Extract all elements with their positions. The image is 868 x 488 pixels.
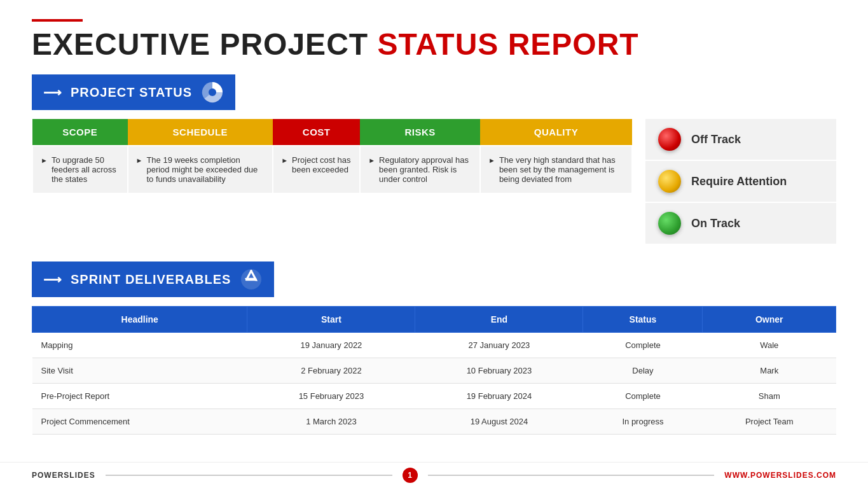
cost-text: Project cost has been exceeded <box>292 155 352 174</box>
risks-cell: ► Regulatory approval has been granted. … <box>360 146 480 193</box>
col-start: Start <box>247 307 415 333</box>
trinity-icon <box>240 268 263 291</box>
sprint-cell-end: 19 February 2024 <box>415 384 583 409</box>
sprint-cell-status: Complete <box>583 333 703 358</box>
sprint-deliverables-header: ⟶ SPRINT DELIVERABLES <box>32 261 274 297</box>
bullet-triangle: ► <box>488 157 495 164</box>
bullet-triangle: ► <box>281 157 288 164</box>
sprint-cell-start: 1 March 2023 <box>247 409 415 435</box>
sprint-cell-status: Complete <box>583 384 703 409</box>
bullet-triangle: ► <box>368 157 375 164</box>
sprint-cell-headline: Pre-Project Report <box>32 384 247 409</box>
sprint-cell-headline: Mapping <box>32 333 247 358</box>
svg-point-1 <box>209 88 216 96</box>
header-accent-line <box>32 19 83 22</box>
col-headline: Headline <box>32 307 247 333</box>
sprint-cell-owner: Sham <box>703 384 836 409</box>
cost-header: COST <box>273 119 360 146</box>
legend-require-attention: Require Attention <box>645 161 836 203</box>
bullet-triangle: ► <box>41 157 48 164</box>
sprint-cell-start: 15 February 2023 <box>247 384 415 409</box>
col-status: Status <box>583 307 703 333</box>
footer-brand: POWERSLIDES <box>32 471 95 480</box>
quality-header: QUALITY <box>480 119 632 146</box>
schedule-header: SCHEDULE <box>128 119 273 146</box>
cost-cell: ► Project cost has been exceeded <box>273 146 360 193</box>
page-container: EXECUTIVE PROJECT STATUS REPORT ⟶ PROJEC… <box>0 0 868 488</box>
col-end: End <box>415 307 583 333</box>
footer: POWERSLIDES 1 WWW.POWERSLIDES.COM <box>0 462 868 488</box>
sprint-cell-start: 2 February 2022 <box>247 358 415 384</box>
sprint-row: Project Commencement1 March 202319 Augus… <box>32 409 836 435</box>
sprint-row: Site Visit2 February 202210 February 202… <box>32 358 836 384</box>
schedule-text: The 19 weeks completion period might be … <box>146 155 265 184</box>
legend-off-track: Off Track <box>645 119 836 161</box>
status-area: SCOPE SCHEDULE COST RISKS QUALITY ► To u… <box>32 119 836 244</box>
sprint-cell-owner: Wale <box>703 333 836 358</box>
on-track-label: On Track <box>691 217 740 230</box>
footer-line-left <box>106 475 392 476</box>
sprint-table: Headline Start End Status Owner Mapping1… <box>32 306 836 435</box>
legend-on-track: On Track <box>645 203 836 244</box>
sprint-cell-owner: Project Team <box>703 409 836 435</box>
schedule-cell: ► The 19 weeks completion period might b… <box>128 146 273 193</box>
footer-line-right <box>428 475 715 476</box>
bullet-triangle: ► <box>136 157 143 164</box>
require-attention-label: Require Attention <box>691 175 787 188</box>
yellow-dot <box>658 170 681 193</box>
footer-page-number: 1 <box>403 468 418 483</box>
sprint-cell-end: 19 August 2024 <box>415 409 583 435</box>
scope-cell: ► To upgrade 50 feeders all across the s… <box>32 146 128 193</box>
sprint-cell-start: 19 January 2022 <box>247 333 415 358</box>
sprint-cell-headline: Project Commencement <box>32 409 247 435</box>
sprint-cell-status: Delay <box>583 358 703 384</box>
pie-chart-icon <box>201 81 224 104</box>
sprint-row: Pre-Project Report15 February 202319 Feb… <box>32 384 836 409</box>
quality-cell: ► The very high standard that has been s… <box>480 146 632 193</box>
sprint-cell-status: In progress <box>583 409 703 435</box>
scope-header: SCOPE <box>32 119 128 146</box>
project-status-title: PROJECT STATUS <box>71 85 192 100</box>
arrow-icon-2: ⟶ <box>43 272 62 287</box>
green-dot <box>658 212 681 235</box>
sprint-cell-headline: Site Visit <box>32 358 247 384</box>
sprint-table-wrap: Headline Start End Status Owner Mapping1… <box>32 306 836 435</box>
sprint-row: Mapping19 January 202227 January 2023Com… <box>32 333 836 358</box>
quality-text: The very high standard that has been set… <box>499 155 624 184</box>
risks-header: RISKS <box>360 119 480 146</box>
arrow-icon: ⟶ <box>43 85 62 100</box>
red-dot <box>658 128 681 151</box>
footer-url: WWW.POWERSLIDES.COM <box>724 471 836 480</box>
legend-box: Off Track Require Attention On Track <box>645 119 836 244</box>
project-status-header: ⟶ PROJECT STATUS <box>32 74 235 110</box>
risks-text: Regulatory approval has been granted. Ri… <box>379 155 472 184</box>
sprint-cell-end: 27 January 2023 <box>415 333 583 358</box>
status-table-wrap: SCOPE SCHEDULE COST RISKS QUALITY ► To u… <box>32 119 633 194</box>
sprint-deliverables-title: SPRINT DELIVERABLES <box>71 272 231 287</box>
sprint-cell-owner: Mark <box>703 358 836 384</box>
col-owner: Owner <box>703 307 836 333</box>
sprint-cell-end: 10 February 2023 <box>415 358 583 384</box>
page-title: EXECUTIVE PROJECT STATUS REPORT <box>32 27 836 62</box>
off-track-label: Off Track <box>691 133 741 146</box>
scope-text: To upgrade 50 feeders all across the sta… <box>52 155 120 184</box>
status-table: SCOPE SCHEDULE COST RISKS QUALITY ► To u… <box>32 119 633 194</box>
status-row: ► To upgrade 50 feeders all across the s… <box>32 146 632 193</box>
